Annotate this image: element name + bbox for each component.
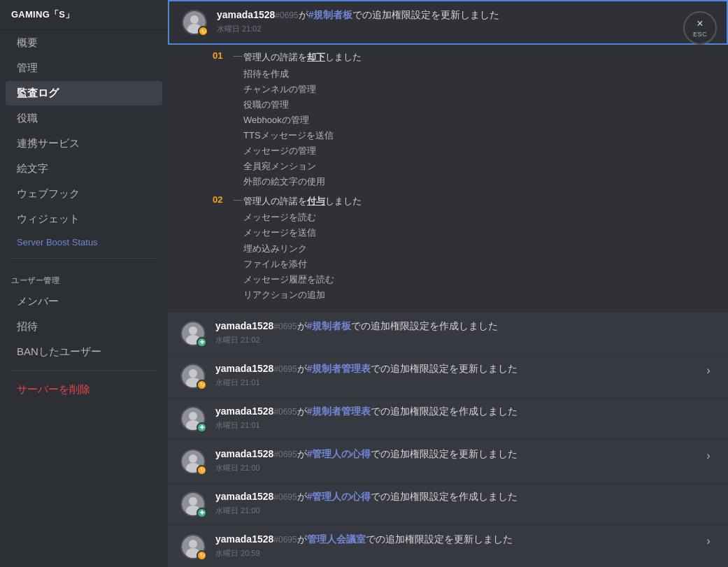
- sidebar-item-admin[interactable]: 管理: [6, 56, 162, 80]
- log-expand-arrow[interactable]: ›: [700, 533, 717, 550]
- detail-perm-item: メッセージを読む: [243, 210, 683, 225]
- sidebar-item-bans[interactable]: BANしたユーザー: [6, 340, 162, 364]
- server-title: GAMING「S」: [0, 0, 168, 30]
- log-action-suffix: での追加権限設定を更新しました: [371, 448, 518, 459]
- detail-perm-item: ファイルを添付: [243, 257, 683, 272]
- svg-point-1: [190, 15, 199, 24]
- log-title: yamada1528#0695が#管理人の心得での追加権限設定を更新しました: [215, 447, 694, 461]
- log-time: 水曜日 21:02: [217, 24, 693, 34]
- sidebar-item-label-bans: BANしたユーザー: [17, 345, 101, 359]
- sidebar-item-label-widget: ウィジェット: [17, 213, 80, 226]
- log-username: yamada1528: [215, 405, 273, 417]
- log-entry-body: yamada1528#0695が#管理人の心得での追加権限設定を更新しました水曜…: [215, 447, 694, 473]
- log-entry-body: yamada1528#0695が#管理人の心得での追加権限設定を作成しました水曜…: [215, 490, 717, 516]
- log-expand-arrow[interactable]: ›: [700, 447, 717, 464]
- svg-point-10: [189, 369, 197, 378]
- detail-perm-item: チャンネルの管理: [243, 82, 683, 97]
- log-entry[interactable]: ↻yamada1528#0695が#管理人の心得での追加権限設定を更新しました水…: [168, 440, 728, 483]
- log-icon: [179, 490, 207, 518]
- log-expand-arrow[interactable]: ›: [700, 362, 717, 379]
- log-entry[interactable]: yamada1528#0695が#管理人の心得での追加権限設定を作成しました水曜…: [168, 483, 728, 526]
- detail-content: 管理人の許諾を付与しましたメッセージを読むメッセージを送信埋め込みリンクファイル…: [243, 194, 683, 303]
- log-channel: #管理人の心得: [307, 448, 371, 459]
- detail-perm-item: 招待を作成: [243, 66, 683, 82]
- log-entry[interactable]: ↻yamada1528#0695が#規制者板での追加権限設定を更新しました水曜日…: [168, 0, 728, 45]
- log-time: 水曜日 21:01: [215, 420, 717, 431]
- detail-action-bold: 却下: [307, 52, 325, 62]
- log-username: yamada1528: [215, 448, 273, 459]
- log-discriminator: #0695: [273, 492, 297, 502]
- log-icon: ↻: [179, 533, 207, 561]
- detail-perm-item: 埋め込みリンク: [243, 241, 683, 257]
- detail-perm-list: 招待を作成チャンネルの管理役職の管理Webhookの管理TTSメッセージを送信メ…: [243, 66, 683, 190]
- log-time: 水曜日 21:01: [215, 378, 694, 388]
- sidebar-item-members[interactable]: メンバー: [6, 289, 162, 314]
- log-discriminator: #0695: [275, 10, 298, 20]
- sidebar-item-label-integrations: 連携サービス: [17, 137, 80, 150]
- sidebar-item-audit-log[interactable]: 監査ログ: [6, 81, 162, 106]
- sidebar-divider-2: [11, 371, 157, 371]
- sidebar-item-label-overview: 概要: [17, 36, 38, 50]
- log-time: 水曜日 21:00: [215, 505, 717, 516]
- sidebar-item-label-invites: 招待: [17, 320, 38, 333]
- log-channel: #規制者板: [308, 9, 353, 20]
- main-content: ↻yamada1528#0695が#規制者板での追加権限設定を更新しました水曜日…: [168, 0, 728, 567]
- detail-perm-item: 外部の絵文字の使用: [243, 174, 683, 189]
- sidebar-divider: [11, 258, 157, 259]
- delete-server-label: サーバーを削除: [17, 383, 90, 396]
- detail-number: 01: [213, 50, 232, 61]
- sidebar-item-overview[interactable]: 概要: [6, 31, 162, 55]
- log-entry-body: yamada1528#0695が#規制者管理表での追加権限設定を作成しました水曜…: [215, 405, 717, 431]
- log-entry[interactable]: ↻yamada1528#0695が管理人会議室での追加権限設定を更新しました水曜…: [168, 526, 728, 567]
- log-action-suffix: での追加権限設定を作成しました: [371, 405, 518, 417]
- sidebar-item-invites[interactable]: 招待: [6, 315, 162, 339]
- log-entry[interactable]: yamada1528#0695が#規制者管理表での追加権限設定を作成しました水曜…: [168, 398, 728, 440]
- sidebar-item-widget[interactable]: ウィジェット: [6, 207, 162, 231]
- sidebar-item-delete-server[interactable]: サーバーを削除: [6, 378, 162, 402]
- detail-perm-item: 役職の管理: [243, 97, 683, 113]
- sidebar-item-webhooks[interactable]: ウェブフック: [6, 182, 162, 206]
- sidebar: GAMING「S」 概要管理監査ログ役職連携サービス絵文字ウェブフックウィジェッ…: [0, 0, 168, 567]
- log-entry[interactable]: yamada1528#0695が#規制者板での追加権限設定を作成しました水曜日 …: [168, 313, 728, 355]
- log-title: yamada1528#0695が#規制者板での追加権限設定を更新しました: [217, 8, 693, 22]
- log-icon: [179, 405, 207, 433]
- boost-status-label: Server Boost Status: [17, 237, 98, 247]
- log-action: が: [297, 533, 307, 545]
- sidebar-item-emoji[interactable]: 絵文字: [6, 157, 162, 181]
- detail-perm-item: Webhookの管理: [243, 113, 683, 128]
- sidebar-item-integrations[interactable]: 連携サービス: [6, 131, 162, 156]
- sidebar-item-label-audit-log: 監査ログ: [17, 87, 59, 100]
- detail-perm-item: 全員宛メンション: [243, 159, 683, 174]
- log-action-suffix: での追加権限設定を作成しました: [351, 320, 498, 331]
- log-username: yamada1528: [215, 533, 273, 545]
- log-username: yamada1528: [215, 363, 273, 374]
- log-username: yamada1528: [215, 320, 273, 331]
- detail-perm-item: メッセージ履歴を読む: [243, 272, 683, 287]
- sidebar-item-roles[interactable]: 役職: [6, 106, 162, 131]
- log-list: ↻yamada1528#0695が#規制者板での追加権限設定を更新しました水曜日…: [168, 0, 728, 567]
- svg-point-19: [189, 454, 197, 463]
- log-action: が: [299, 9, 308, 20]
- log-discriminator: #0695: [273, 407, 297, 417]
- sidebar-item-label-emoji: 絵文字: [17, 162, 48, 175]
- svg-text:↻: ↻: [200, 467, 205, 473]
- log-entry[interactable]: ↻yamada1528#0695が#規制者管理表での追加権限設定を更新しました水…: [168, 355, 728, 398]
- log-action: が: [297, 491, 307, 502]
- detail-main-text: 管理人の許諾を付与しました: [243, 194, 683, 209]
- sidebar-item-boost-status[interactable]: Server Boost Status: [6, 233, 162, 252]
- svg-point-28: [189, 540, 197, 548]
- log-icon: ↻: [179, 447, 207, 475]
- svg-point-14: [189, 412, 197, 420]
- user-management-section-label: ユーザー管理: [0, 264, 168, 289]
- log-discriminator: #0695: [273, 322, 297, 331]
- svg-text:↻: ↻: [200, 382, 205, 387]
- detail-perm-item: メッセージの管理: [243, 143, 683, 159]
- log-detail: 01—管理人の許諾を却下しました招待を作成チャンネルの管理役職の管理Webhoo…: [168, 45, 728, 313]
- log-title: yamada1528#0695が#規制者板での追加権限設定を作成しました: [215, 320, 717, 333]
- log-title: yamada1528#0695が#規制者管理表での追加権限設定を作成しました: [215, 405, 717, 419]
- log-time: 水曜日 20:59: [215, 548, 694, 559]
- log-action-suffix: での追加権限設定を更新しました: [371, 363, 518, 374]
- esc-button[interactable]: × ESC: [683, 11, 717, 45]
- svg-text:↻: ↻: [201, 29, 206, 34]
- log-channel: #規制者管理表: [307, 363, 371, 374]
